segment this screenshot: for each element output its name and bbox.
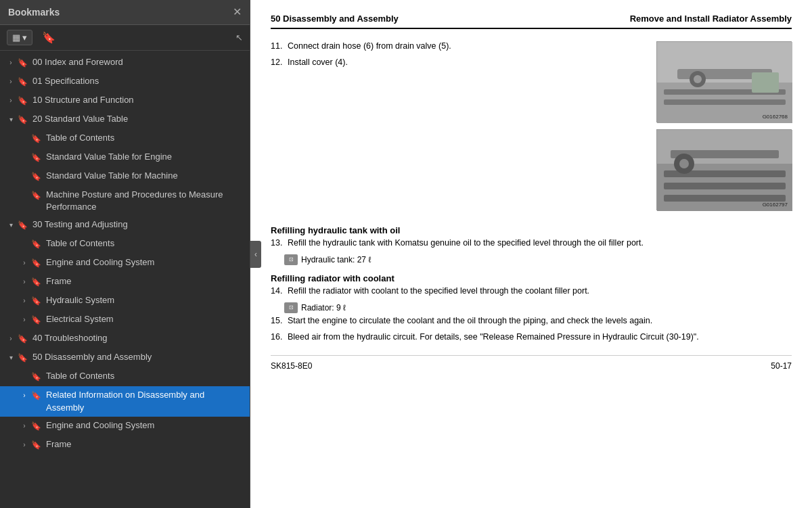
step-text: Install cover (4).: [288, 57, 643, 67]
grid-view-button[interactable]: ▦ ▾: [7, 30, 32, 45]
doc-note-1: ⊡ Hydraulic tank: 27 ℓ: [284, 254, 792, 265]
expand-icon: [19, 315, 30, 325]
sidebar-header: Bookmarks ✕: [0, 0, 250, 25]
expand-icon: [5, 58, 16, 68]
bookmark-icon: 🔖: [18, 333, 28, 345]
bookmark-icon: 🔖: [18, 57, 28, 69]
expand-icon: [19, 391, 30, 400]
document-page: 50 Disassembly and Assembly Remove and I…: [250, 0, 812, 508]
sidebar-item-svt-engine[interactable]: 🔖 Standard Value Table for Engine: [0, 148, 250, 167]
expand-icon: [5, 96, 16, 106]
bookmark-icon: 🔖: [31, 152, 42, 164]
bookmarks-list[interactable]: 🔖 00 Index and Foreword 🔖 01 Specificati…: [0, 51, 250, 508]
sidebar-item-specifications[interactable]: 🔖 01 Specifications: [0, 72, 250, 91]
expand-icon: [5, 334, 16, 344]
sidebar-item-label: 50 Disassembly and Assembly: [32, 351, 244, 363]
bookmark-icon: 🔖: [18, 76, 28, 88]
sidebar-item-testing-adjusting[interactable]: 🔖 30 Testing and Adjusting: [0, 216, 250, 235]
grid-dropdown-arrow: ▾: [22, 32, 27, 43]
grid-icon: ▦: [12, 32, 20, 43]
sidebar-item-standard-value-table[interactable]: 🔖 20 Standard Value Table: [0, 110, 250, 129]
sidebar-item-da-frame[interactable]: 🔖 Frame: [0, 436, 250, 455]
sidebar-item-label: Engine and Cooling System: [46, 256, 244, 269]
sidebar-item-ta-toc[interactable]: 🔖 Table of Contents: [0, 235, 250, 254]
bookmark-icon: 🔖: [31, 171, 42, 183]
svg-rect-12: [664, 183, 786, 189]
sidebar-item-label: Machine Posture and Procedures to Measur…: [46, 189, 244, 213]
expand-icon: [5, 77, 16, 87]
bookmark-icon: 🔖: [18, 352, 28, 364]
sidebar-item-label: Electrical System: [46, 313, 244, 325]
bookmarks-panel: Bookmarks ✕ ▦ ▾ 🔖 ↖ 🔖 00 Index and Forew…: [0, 0, 250, 508]
sidebar-item-svt-posture[interactable]: 🔖 Machine Posture and Procedures to Meas…: [0, 186, 250, 216]
sidebar-item-ta-engine-cooling[interactable]: 🔖 Engine and Cooling System: [0, 254, 250, 273]
sidebar-item-index-foreword[interactable]: 🔖 00 Index and Foreword: [0, 53, 250, 72]
bookmark-icon: 🔖: [31, 315, 42, 326]
note-icon-1: ⊡: [284, 254, 298, 265]
bookmark-icon: 🔖: [31, 239, 42, 250]
sidebar-item-label: Frame: [46, 438, 244, 451]
doc-section-title: 50 Disassembly and Assembly: [271, 14, 399, 24]
sidebar-item-da-related[interactable]: 🔖 Related Information on Disassembly and…: [0, 386, 250, 416]
sidebar-item-label: 00 Index and Foreword: [32, 56, 244, 68]
sidebar-item-label: 40 Troubleshooting: [32, 332, 244, 344]
collapse-icon: [5, 221, 16, 230]
doc-page-number: 50-17: [771, 361, 792, 371]
bookmark-icon: 🔖: [31, 371, 42, 383]
note-text-2: Radiator: 9 ℓ: [301, 303, 346, 313]
sidebar-item-label: Related Information on Disassembly and A…: [46, 389, 244, 413]
step-number: 13.: [271, 238, 288, 248]
sidebar-collapse-handle[interactable]: ‹: [250, 241, 261, 268]
expand-icon: [19, 277, 30, 287]
doc-procedure-title: Remove and Install Radiator Assembly: [630, 14, 792, 24]
doc-model-number: SK815-8E0: [271, 361, 312, 371]
sidebar-item-svt-machine[interactable]: 🔖 Standard Value Table for Machine: [0, 167, 250, 186]
doc-step-14: 14. Refill the radiator with coolant to …: [271, 286, 792, 296]
sidebar-item-label: 20 Standard Value Table: [32, 113, 244, 125]
sidebar-item-da-engine-cooling[interactable]: 🔖 Engine and Cooling System: [0, 417, 250, 436]
collapse-icon: [5, 353, 16, 363]
svg-point-15: [679, 159, 689, 168]
bookmark-icon: 🔖: [31, 277, 42, 288]
doc-step-15: 15. Start the engine to circulate the co…: [271, 316, 792, 325]
sidebar-item-troubleshooting[interactable]: 🔖 40 Troubleshooting: [0, 329, 250, 348]
svg-rect-7: [752, 72, 779, 93]
sidebar-item-ta-hydraulic[interactable]: 🔖 Hydraulic System: [0, 292, 250, 310]
step-number: 12.: [271, 57, 288, 67]
doc-image-1: G0162768: [656, 41, 792, 122]
bookmark-icon: 🔖: [31, 133, 42, 145]
expand-icon: [19, 296, 30, 306]
doc-body: G0162768 G0162797: [271, 41, 792, 217]
doc-note-2: ⊡ Radiator: 9 ℓ: [284, 302, 792, 313]
sidebar-item-disassembly-assembly[interactable]: 🔖 50 Disassembly and Assembly: [0, 348, 250, 367]
section-hydraulic-title: Refilling hydraulic tank with oil: [271, 225, 792, 235]
doc-step-11: 11. Connect drain hose (6) from drain va…: [271, 41, 643, 51]
sidebar-item-label: 10 Structure and Function: [32, 94, 244, 106]
sidebar-item-label: Engine and Cooling System: [46, 419, 244, 432]
sidebar-item-label: Standard Value Table for Engine: [46, 151, 244, 163]
expand-icon: [19, 421, 30, 431]
doc-header: 50 Disassembly and Assembly Remove and I…: [271, 14, 792, 29]
bookmark-icon-button[interactable]: 🔖: [38, 29, 60, 46]
close-button[interactable]: ✕: [233, 7, 242, 18]
svg-point-6: [694, 75, 702, 83]
sidebar-item-label: Table of Contents: [46, 132, 244, 144]
document-viewer: 50 Disassembly and Assembly Remove and I…: [250, 0, 812, 508]
step-text: Start the engine to circulate the coolan…: [288, 316, 792, 325]
sidebar-item-structure-function[interactable]: 🔖 10 Structure and Function: [0, 91, 250, 110]
image-2-id: G0162797: [763, 202, 788, 208]
step-number: 15.: [271, 316, 288, 325]
step-text: Bleed air from the hydraulic circuit. Fo…: [288, 332, 792, 342]
step-number: 16.: [271, 332, 288, 342]
sidebar-item-ta-electrical[interactable]: 🔖 Electrical System: [0, 310, 250, 329]
note-icon-2: ⊡: [284, 302, 298, 313]
bookmark-icon: 🔖: [18, 95, 28, 107]
bookmark-icon: 🔖: [42, 32, 55, 43]
sidebar-item-da-toc[interactable]: 🔖 Table of Contents: [0, 367, 250, 386]
sidebar-item-ta-frame[interactable]: 🔖 Frame: [0, 273, 250, 292]
sidebar-item-svt-toc[interactable]: 🔖 Table of Contents: [0, 129, 250, 148]
bookmark-icon: 🔖: [31, 421, 42, 432]
sidebar-item-label: 30 Testing and Adjusting: [32, 218, 244, 231]
bookmark-icon: 🔖: [31, 296, 42, 307]
doc-step-12: 12. Install cover (4).: [271, 57, 643, 67]
